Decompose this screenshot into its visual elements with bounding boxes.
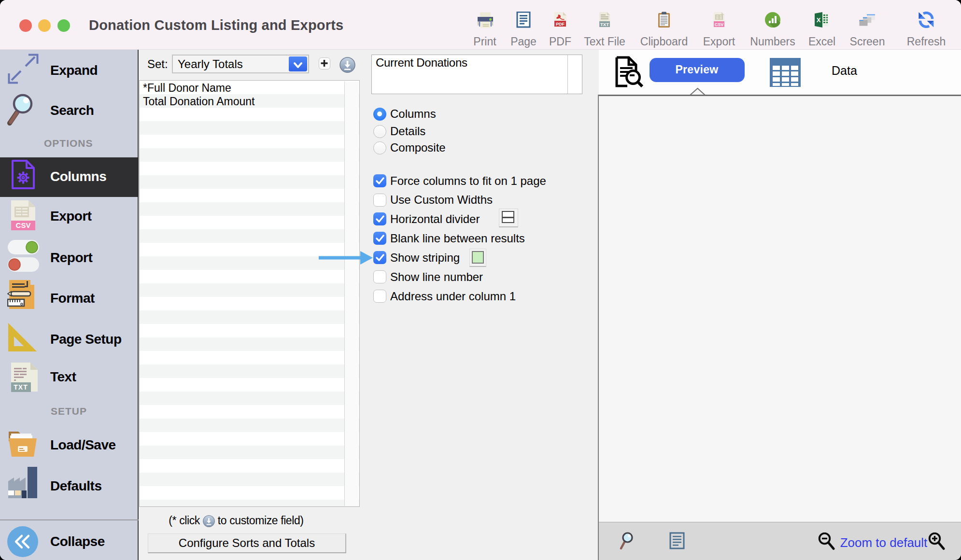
svg-text:PDF: PDF — [556, 22, 565, 27]
svg-text:CSV: CSV — [715, 22, 724, 27]
svg-text:TXT: TXT — [600, 22, 609, 27]
svg-text:X: X — [817, 16, 821, 24]
svg-text:TXT: TXT — [14, 383, 28, 391]
svg-text:CSV: CSV — [16, 221, 31, 229]
